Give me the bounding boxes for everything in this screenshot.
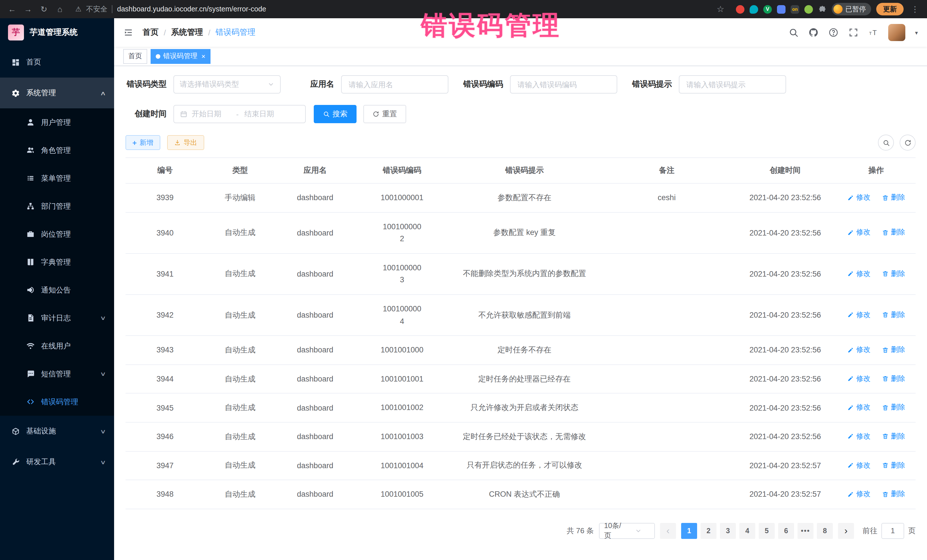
edit-link[interactable]: 修改 [847, 193, 871, 202]
extension-icon-red[interactable] [736, 5, 745, 14]
delete-link[interactable]: 删除 [881, 228, 905, 238]
cell-message: 定时任务的处理器已经存在 [450, 365, 600, 393]
date-range-picker[interactable]: 开始日期 - 结束日期 [173, 105, 306, 123]
sidebar-item[interactable]: 字典管理 [0, 248, 114, 276]
extensions-puzzle-icon[interactable] [818, 5, 827, 14]
error-type-select[interactable]: 请选择错误码类型 [173, 75, 281, 94]
app-logo[interactable]: 芋 芋道管理系统 [0, 18, 114, 47]
next-page-button[interactable]: › [838, 523, 854, 539]
delete-link[interactable]: 删除 [881, 489, 905, 499]
extension-icon-lime[interactable] [804, 5, 813, 14]
page-button[interactable]: 3 [720, 523, 736, 539]
app-name-input[interactable] [347, 80, 442, 89]
address-bar[interactable]: ⚠ 不安全 dashboard.yudao.iocoder.cn/system/… [70, 2, 732, 17]
delete-link[interactable]: 删除 [881, 460, 905, 470]
breadcrumb-item[interactable]: 错误码管理 [216, 27, 255, 38]
cell-message: 只允许修改为开启或者关闭状态 [450, 393, 600, 422]
sidebar-item[interactable]: 基础设施 ∨ [0, 416, 114, 446]
cell-created: 2021-04-20 23:52:56 [734, 365, 837, 393]
edit-link[interactable]: 修改 [847, 489, 871, 499]
cell-code: 100100000 2 [354, 212, 449, 253]
font-size-icon[interactable]: TT [868, 27, 878, 38]
page-button[interactable]: 2 [701, 523, 716, 539]
search-button[interactable]: 搜索 [314, 105, 357, 123]
refresh-table-button[interactable] [900, 135, 916, 150]
help-icon[interactable] [828, 27, 839, 38]
bookmark-star-icon[interactable]: ☆ [714, 4, 727, 14]
page-size-select[interactable]: 10条/页 [599, 523, 655, 539]
edit-link[interactable]: 修改 [847, 269, 871, 279]
breadcrumb-item[interactable]: 系统管理 [171, 27, 203, 38]
sidebar-item[interactable]: 部门管理 [0, 192, 114, 220]
search-icon[interactable] [789, 27, 799, 38]
reset-button[interactable]: 重置 [363, 105, 406, 123]
sidebar-item[interactable]: 审计日志 ∨ [0, 304, 114, 332]
forward-icon[interactable]: → [22, 5, 34, 14]
extension-icon-blue[interactable] [777, 5, 786, 14]
goto-page-input[interactable] [881, 523, 904, 539]
sidebar-item[interactable]: 角色管理 [0, 136, 114, 164]
home-icon[interactable]: ⌂ [54, 5, 66, 14]
chevron-down-icon [627, 527, 650, 534]
toggle-search-button[interactable] [878, 135, 894, 150]
edit-link[interactable]: 修改 [847, 345, 871, 355]
sidebar-item[interactable]: 系统管理 ∧ [0, 77, 114, 108]
prev-page-button[interactable]: ‹ [660, 523, 676, 539]
delete-link[interactable]: 删除 [881, 403, 905, 413]
delete-link[interactable]: 删除 [881, 345, 905, 355]
cell-actions: 修改 删除 [837, 212, 916, 253]
security-label[interactable]: 不安全 [86, 4, 108, 14]
edit-link[interactable]: 修改 [847, 310, 871, 320]
edit-link[interactable]: 修改 [847, 228, 871, 238]
profile-chip[interactable]: 已暂停 [832, 3, 871, 15]
sidebar-item[interactable]: 短信管理 ∨ [0, 360, 114, 388]
add-button[interactable]: + 新增 [126, 135, 160, 150]
avatar-caret-down-icon[interactable]: ▾ [915, 29, 918, 36]
back-icon[interactable]: ← [6, 5, 18, 14]
url-text[interactable]: dashboard.yudao.iocoder.cn/system/error-… [117, 5, 266, 13]
extension-icon-teal[interactable] [749, 5, 758, 14]
sidebar-item[interactable]: 首页 [0, 47, 114, 77]
cell-app: dashboard [275, 480, 354, 509]
delete-link[interactable]: 删除 [881, 374, 905, 384]
delete-link[interactable]: 删除 [881, 269, 905, 279]
edit-link[interactable]: 修改 [847, 374, 871, 384]
browser-update-button[interactable]: 更新 [876, 3, 904, 15]
submenu-arrow-icon: ∨ [100, 428, 106, 434]
export-button[interactable]: 导出 [167, 135, 204, 150]
tab[interactable]: 错误码管理 × [150, 49, 211, 64]
error-msg-input[interactable] [685, 80, 780, 89]
extension-icon-green[interactable]: V [763, 5, 772, 14]
sidebar-item[interactable]: 菜单管理 [0, 164, 114, 192]
edit-link[interactable]: 修改 [847, 432, 871, 442]
sidebar-item[interactable]: 在线用户 [0, 332, 114, 360]
breadcrumb-item[interactable]: 首页 [143, 27, 159, 38]
sidebar-item[interactable]: 研发工具 ∨ [0, 446, 114, 477]
fullscreen-icon[interactable] [848, 27, 859, 38]
table-row: 3943 自动生成 dashboard 1001001000 定时任务不存在 2… [126, 335, 916, 364]
user-avatar[interactable] [888, 24, 905, 41]
edit-link[interactable]: 修改 [847, 460, 871, 470]
page-button[interactable]: 5 [759, 523, 775, 539]
sidebar-item[interactable]: 用户管理 [0, 108, 114, 136]
browser-menu-icon[interactable]: ⋮ [909, 5, 921, 14]
sidebar-item[interactable]: 岗位管理 [0, 220, 114, 248]
page-button[interactable]: 6 [778, 523, 794, 539]
collapse-sidebar-icon[interactable] [123, 27, 134, 38]
sidebar-item[interactable]: 错误码管理 [0, 388, 114, 416]
tab[interactable]: 首页 [123, 49, 147, 64]
error-code-input[interactable] [516, 80, 611, 89]
page-button[interactable]: 4 [739, 523, 755, 539]
delete-link[interactable]: 删除 [881, 432, 905, 442]
sidebar-item[interactable]: 通知公告 [0, 276, 114, 304]
github-icon[interactable] [808, 27, 819, 38]
extension-icon-on[interactable]: on [791, 5, 799, 14]
page-button[interactable]: 8 [817, 523, 833, 539]
delete-link[interactable]: 删除 [881, 193, 905, 202]
reload-icon[interactable]: ↻ [38, 5, 50, 14]
edit-link[interactable]: 修改 [847, 403, 871, 413]
page-button[interactable]: ••• [798, 523, 813, 539]
delete-link[interactable]: 删除 [881, 310, 905, 320]
tab-close-icon[interactable]: × [201, 52, 205, 60]
page-button[interactable]: 1 [681, 523, 697, 539]
